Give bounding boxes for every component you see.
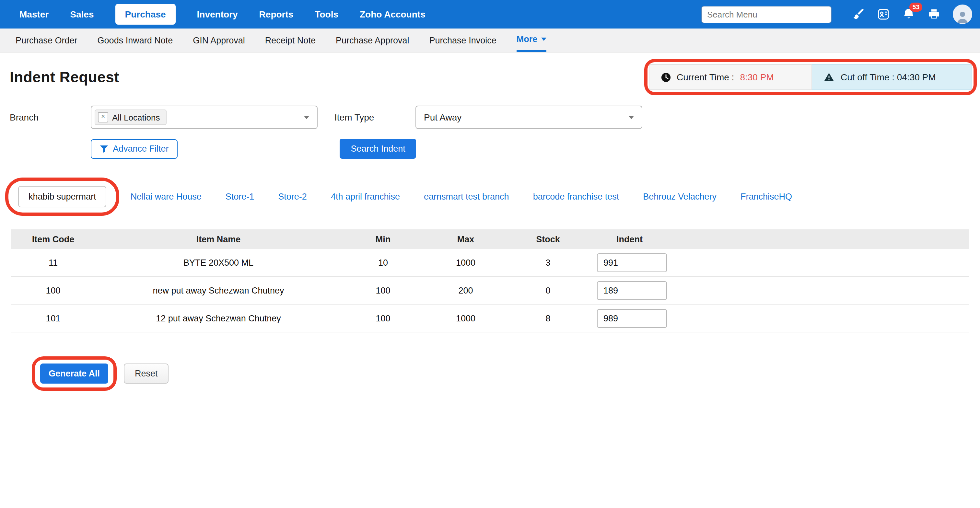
chevron-down-icon [629, 116, 634, 119]
indent-input[interactable] [597, 309, 667, 327]
branch-chip-label: All Locations [112, 113, 160, 122]
cell-item-name: 12 put away Schezwan Chutney [95, 313, 342, 323]
header-stock: Stock [507, 234, 589, 244]
item-type-value: Put Away [424, 112, 461, 122]
current-time-value: 8:30 PM [740, 72, 773, 82]
header-item-code: Item Code [11, 234, 95, 244]
menu-reports[interactable]: Reports [259, 9, 294, 19]
cutoff-time-label: Cut off Time : 04:30 PM [841, 72, 936, 82]
search-indent-button[interactable]: Search Indent [340, 139, 417, 159]
branch-multiselect[interactable]: × All Locations [91, 106, 318, 129]
cell-item-code: 100 [11, 286, 95, 295]
menu-tools[interactable]: Tools [315, 9, 338, 19]
account-card-icon[interactable] [877, 8, 890, 21]
page-title: Indent Request [10, 68, 119, 86]
indent-input[interactable] [597, 253, 667, 272]
branch-chip: × All Locations [95, 110, 166, 125]
branch-tab-earnsmart-test-branch[interactable]: earnsmart test branch [424, 192, 509, 202]
branch-tab-franchisehq[interactable]: FranchiseHQ [740, 192, 792, 202]
app-root: Master Sales Purchase Inventory Reports … [0, 0, 980, 508]
branch-tabs: khabib supermart Nellai ware House Store… [18, 186, 980, 207]
cutoff-time: Cut off Time : 04:30 PM [812, 64, 972, 90]
advance-filter-button[interactable]: Advance Filter [91, 139, 178, 159]
tab-gin-approval[interactable]: GIN Approval [193, 29, 245, 52]
current-time: Current Time : 8:30 PM [649, 64, 812, 90]
menu-purchase[interactable]: Purchase [115, 4, 175, 25]
funnel-icon [100, 145, 108, 152]
top-navbar: Master Sales Purchase Inventory Reports … [0, 0, 980, 29]
cell-stock: 0 [507, 286, 589, 295]
menu-master[interactable]: Master [19, 9, 49, 19]
notifications-bell-icon[interactable]: 53 [902, 8, 915, 21]
cell-indent [589, 309, 969, 327]
header-item-name: Item Name [95, 234, 342, 244]
tab-goods-inward-note[interactable]: Goods Inward Note [97, 29, 173, 52]
topbar-right: 53 [701, 5, 972, 24]
menu-sales[interactable]: Sales [70, 9, 94, 19]
header-min: Min [342, 234, 425, 244]
branch-label: Branch [10, 112, 91, 122]
chip-remove-icon[interactable]: × [98, 112, 108, 122]
cell-item-code: 11 [11, 257, 95, 267]
chevron-down-icon [541, 38, 546, 41]
menu-inventory[interactable]: Inventory [197, 9, 238, 19]
filter-actions-row: Advance Filter Search Indent [10, 139, 980, 159]
cell-max: 1000 [425, 257, 507, 267]
header-max: Max [425, 234, 507, 244]
cell-indent [589, 281, 969, 300]
branch-tab-store-1[interactable]: Store-1 [226, 192, 255, 202]
filter-row: Branch × All Locations Item Type Put Awa… [10, 106, 980, 129]
tab-purchase-invoice[interactable]: Purchase Invoice [430, 29, 496, 52]
brush-icon[interactable] [852, 8, 865, 21]
table-header-row: Item Code Item Name Min Max Stock Indent [11, 229, 969, 249]
cell-stock: 3 [507, 257, 589, 267]
cell-indent [589, 253, 969, 272]
header-indent: Indent [589, 234, 969, 244]
generate-all-button[interactable]: Generate All [40, 364, 108, 384]
purchase-subnav: Purchase Order Goods Inward Note GIN App… [0, 29, 980, 52]
table-row: 11 BYTE 20X500 ML 10 1000 3 [11, 249, 969, 277]
time-panel: Current Time : 8:30 PM Cut off Time : 04… [649, 64, 972, 90]
avatar[interactable] [953, 5, 972, 24]
cell-item-name: BYTE 20X500 ML [95, 257, 342, 267]
title-row: Indent Request Current Time : 8:30 PM Cu… [0, 52, 980, 90]
advance-filter-label: Advance Filter [113, 144, 169, 154]
branch-tab-nellai-ware-house[interactable]: Nellai ware House [130, 192, 202, 202]
cell-min: 10 [342, 257, 425, 267]
branch-tab-4th-april-franchise[interactable]: 4th april franchise [331, 192, 400, 202]
filters: Branch × All Locations Item Type Put Awa… [0, 106, 980, 159]
branch-tab-barcode-franchise-test[interactable]: barcode franchise test [533, 192, 619, 202]
cell-max: 1000 [425, 313, 507, 323]
tab-more[interactable]: More [517, 29, 547, 52]
chevron-down-icon [304, 116, 309, 119]
tab-receipt-note[interactable]: Receipt Note [265, 29, 316, 52]
cell-item-code: 101 [11, 313, 95, 323]
warning-icon [824, 73, 834, 82]
item-type-label: Item Type [334, 112, 415, 122]
cell-max: 200 [425, 286, 507, 295]
table-row: 100 new put away Schezwan Chutney 100 20… [11, 277, 969, 305]
main-menu: Master Sales Purchase Inventory Reports … [19, 4, 425, 25]
printer-icon[interactable] [928, 8, 940, 21]
cell-stock: 8 [507, 313, 589, 323]
reset-button[interactable]: Reset [124, 364, 169, 384]
indent-input[interactable] [597, 281, 667, 300]
tab-purchase-order[interactable]: Purchase Order [16, 29, 78, 52]
tab-purchase-approval[interactable]: Purchase Approval [336, 29, 409, 52]
active-branch-wrap: khabib supermart [18, 186, 107, 207]
clock-icon [661, 72, 671, 82]
menu-search-input[interactable] [701, 5, 832, 23]
branch-tab-khabib-supermart[interactable]: khabib supermart [18, 186, 107, 207]
cell-item-name: new put away Schezwan Chutney [95, 286, 342, 295]
item-type-select[interactable]: Put Away [415, 106, 642, 129]
notification-badge: 53 [910, 3, 922, 11]
menu-zoho-accounts[interactable]: Zoho Accounts [360, 9, 425, 19]
cell-min: 100 [342, 313, 425, 323]
cell-min: 100 [342, 286, 425, 295]
branch-tab-behrouz-velachery[interactable]: Behrouz Velachery [643, 192, 716, 202]
generate-all-wrap: Generate All [40, 364, 108, 384]
tab-more-label: More [517, 34, 538, 44]
actions-bar: Generate All Reset [40, 364, 980, 384]
branch-tab-store-2[interactable]: Store-2 [278, 192, 307, 202]
current-time-label: Current Time : [677, 72, 734, 82]
